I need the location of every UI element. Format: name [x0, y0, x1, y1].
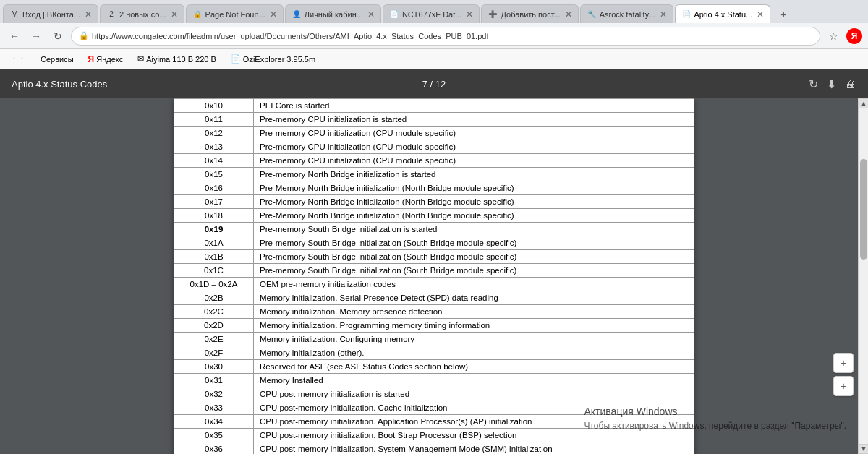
status-code-cell: 0x33 — [174, 401, 254, 415]
tab-close-4[interactable]: ✕ — [367, 9, 375, 20]
status-desc-cell: Pre-memory CPU initialization is started — [254, 113, 694, 127]
status-desc-cell: Memory initialization. Serial Presence D… — [254, 291, 694, 305]
table-row: 0x33CPU post-memory initialization. Cach… — [174, 401, 694, 415]
table-row: 0x1CPre-memory South Bridge initializati… — [174, 264, 694, 278]
status-code-cell: 0x16 — [174, 181, 254, 195]
status-desc-cell: Pre-Memory North Bridge initialization (… — [254, 195, 694, 209]
tab-close-8[interactable]: ✕ — [757, 9, 764, 20]
pdf-print-button[interactable]: 🖨 — [845, 77, 856, 90]
tab-label-3: Page Not Foun... — [205, 10, 265, 19]
table-row: 0x1D – 0x2AOEM pre-memory initialization… — [174, 278, 694, 291]
toolbar-icons: ☆ Я — [825, 27, 862, 45]
table-row: 0x1BPre-memory South Bridge initializati… — [174, 250, 694, 264]
status-desc-cell: CPU post-memory initialization. Applicat… — [254, 415, 694, 429]
tab-close-6[interactable]: ✕ — [565, 9, 572, 20]
status-code-cell: 0x34 — [174, 415, 254, 429]
address-url: https://www.congatec.com/fileadmin/user_… — [92, 32, 488, 40]
status-desc-cell: Reserved for ASL (see ASL Status Codes s… — [254, 360, 694, 374]
bookmark-yandex[interactable]: Я Яндекс — [84, 53, 128, 66]
table-row: 0x19Pre-memory South Bridge initializati… — [174, 223, 694, 236]
zoom-in-button[interactable]: + — [833, 353, 854, 373]
table-row: 0x18Pre-Memory North Bridge initializati… — [174, 209, 694, 223]
status-desc-cell: Pre-memory South Bridge initialization (… — [254, 236, 694, 250]
address-box[interactable]: 🔒 https://www.congatec.com/fileadmin/use… — [71, 27, 820, 46]
table-row: 0x10PEI Core is started — [174, 99, 694, 113]
status-code-cell: 0x2E — [174, 333, 254, 346]
tab-7[interactable]: 🔧 Asrock fatality... ✕ — [580, 4, 673, 23]
status-desc-cell: CPU post-memory initialization. System M… — [254, 442, 694, 455]
scroll-down-arrow[interactable]: ▼ — [859, 444, 868, 454]
tab-favicon-1: V — [9, 9, 20, 20]
table-row: 0x14Pre-memory CPU initialization (CPU m… — [174, 154, 694, 168]
status-desc-cell: Pre-memory South Bridge initialization (… — [254, 264, 694, 278]
status-code-cell: 0x2B — [174, 291, 254, 305]
yandex-icon[interactable]: Я — [846, 28, 862, 44]
tab-3[interactable]: 🔒 Page Not Foun... ✕ — [186, 4, 284, 23]
bookmark-aiyima[interactable]: ✉ Aiyima 110 В 220 В — [133, 53, 221, 65]
status-desc-cell: Pre-memory South Bridge initialization (… — [254, 250, 694, 264]
bookmark-icon-aiyima: ✉ — [137, 54, 144, 64]
table-row: 0x32CPU post-memory initialization is st… — [174, 387, 694, 401]
table-row: 0x36CPU post-memory initialization. Syst… — [174, 442, 694, 455]
status-desc-cell: CPU post-memory initialization. Cache in… — [254, 401, 694, 415]
table-row: 0x31Memory Installed — [174, 374, 694, 387]
apps-icon: ⋮⋮ — [10, 54, 26, 64]
status-code-cell: 0x17 — [174, 195, 254, 209]
tab-4[interactable]: 👤 Личный кабин... ✕ — [285, 4, 381, 23]
tab-8[interactable]: 📄 Aptio 4.x Statu... ✕ — [675, 4, 771, 23]
back-button[interactable]: ← — [6, 27, 23, 45]
scroll-thumb[interactable] — [860, 159, 867, 260]
tab-close-3[interactable]: ✕ — [270, 9, 277, 20]
status-desc-cell: Pre-Memory North Bridge initialization (… — [254, 209, 694, 223]
bookmark-star-icon[interactable]: ☆ — [825, 27, 842, 45]
pdf-viewer-area: 0x10PEI Core is started0x11Pre-memory CP… — [0, 98, 868, 454]
table-row: 0x35CPU post-memory initialization. Boot… — [174, 429, 694, 442]
scrollbar[interactable]: ▲ ▼ — [858, 98, 868, 454]
status-code-cell: 0x2F — [174, 346, 254, 360]
tab-favicon-5: 📄 — [389, 9, 399, 20]
scroll-track[interactable] — [859, 108, 868, 444]
tab-2[interactable]: 2 2 новых со... ✕ — [100, 4, 184, 23]
tab-close-7[interactable]: ✕ — [660, 9, 667, 20]
tab-close-1[interactable]: ✕ — [85, 9, 92, 20]
tab-6[interactable]: ➕ Добавить пост... ✕ — [481, 4, 578, 23]
scroll-up-arrow[interactable]: ▲ — [859, 98, 868, 108]
bookmark-label-yandex: Яндекс — [96, 55, 123, 64]
tab-favicon-8: 📄 — [681, 9, 692, 20]
tab-favicon-7: 🔧 — [587, 9, 597, 20]
zoom-out-button[interactable]: + — [833, 376, 854, 396]
new-tab-button[interactable]: + — [775, 6, 792, 23]
pdf-header: Aptio 4.x Status Codes 7 / 12 ↻ ⬇ 🖨 — [0, 69, 868, 98]
tab-close-5[interactable]: ✕ — [466, 9, 473, 20]
table-row: 0x17Pre-Memory North Bridge initializati… — [174, 195, 694, 209]
table-row: 0x2FMemory initialization (other). — [174, 346, 694, 360]
status-desc-cell: Pre-memory CPU initialization (CPU modul… — [254, 127, 694, 140]
tab-close-2[interactable]: ✕ — [171, 9, 178, 20]
status-desc-cell: Memory initialization (other). — [254, 346, 694, 360]
tab-label-6: Добавить пост... — [501, 10, 560, 19]
status-desc-cell: PEI Core is started — [254, 99, 694, 113]
table-row: 0x16Pre-Memory North Bridge initializati… — [174, 181, 694, 195]
pdf-download-button[interactable]: ⬇ — [827, 77, 836, 91]
bookmark-servisy[interactable]: Сервисы — [36, 53, 78, 65]
status-code-cell: 0x15 — [174, 168, 254, 181]
table-row: 0x2DMemory initialization. Programming m… — [174, 319, 694, 333]
table-row: 0x34CPU post-memory initialization. Appl… — [174, 415, 694, 429]
tab-1[interactable]: V Вход | ВКонта... ✕ — [3, 4, 98, 23]
forward-button[interactable]: → — [27, 27, 45, 45]
tab-label-4: Личный кабин... — [305, 10, 363, 19]
status-code-cell: 0x11 — [174, 113, 254, 127]
tab-5[interactable]: 📄 NCT677xF Dat... ✕ — [383, 4, 480, 23]
status-desc-cell: Pre-memory North Bridge initialization i… — [254, 168, 694, 181]
status-desc-cell: Memory initialization. Programming memor… — [254, 319, 694, 333]
reload-button[interactable]: ↻ — [49, 27, 67, 45]
bookmark-apps[interactable]: ⋮⋮ — [6, 53, 30, 65]
bookmarks-bar: ⋮⋮ Сервисы Я Яндекс ✉ Aiyima 110 В 220 В… — [0, 49, 868, 69]
status-desc-cell: OEM pre-memory initialization codes — [254, 278, 694, 291]
status-code-cell: 0x14 — [174, 154, 254, 168]
table-row: 0x30Reserved for ASL (see ASL Status Cod… — [174, 360, 694, 374]
table-row: 0x12Pre-memory CPU initialization (CPU m… — [174, 127, 694, 140]
table-row: 0x13Pre-memory CPU initialization (CPU m… — [174, 140, 694, 154]
bookmark-oziexplorer[interactable]: 📄 OziExplorer 3.95.5m — [226, 53, 320, 65]
pdf-refresh-button[interactable]: ↻ — [809, 77, 818, 91]
